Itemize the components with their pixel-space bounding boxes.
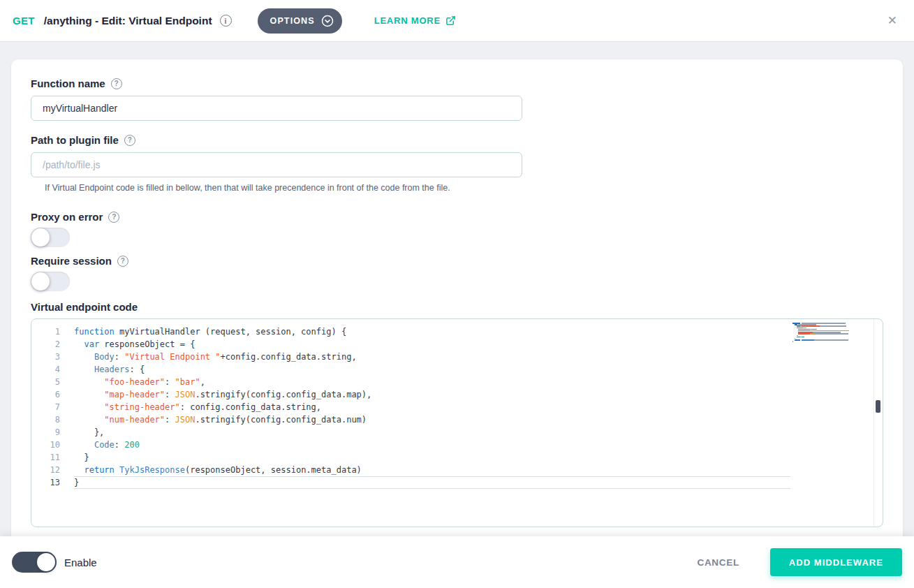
options-label: OPTIONS [270,16,315,26]
function-name-label: Function name [31,78,105,89]
proxy-on-error-label: Proxy on error [31,212,103,223]
code-minimap [793,323,871,342]
function-name-label-row: Function name ? [31,78,883,89]
code-lines[interactable]: function myVirtualHandler (request, sess… [74,325,790,527]
endpoint-header: GET /anything - Edit: Virtual Endpoint i… [0,0,914,42]
plugin-path-input[interactable] [31,152,522,177]
code-gutter: 12345678910111213 [31,325,60,527]
code-editor-label: Virtual endpoint code [31,301,883,313]
method-badge: GET [13,15,35,27]
footer-actions: CANCEL ADD MIDDLEWARE [693,548,902,576]
toggle-knob [31,272,50,291]
close-icon[interactable]: ✕ [883,10,901,31]
toggle-knob [37,553,55,571]
plugin-path-label-row: Path to plugin file ? [31,135,883,146]
enable-label: Enable [64,557,97,568]
edit-virtual-endpoint-card: Function name ? Path to plugin file ? If… [11,59,903,536]
require-session-label: Require session [31,256,112,267]
require-session-toggle[interactable] [31,272,70,291]
code-editor[interactable]: 12345678910111213 function myVirtualHand… [31,318,883,527]
footer-bar: Enable CANCEL ADD MIDDLEWARE [0,536,914,588]
function-name-input[interactable] [31,96,522,121]
plugin-path-help-icon[interactable]: ? [124,135,135,146]
code-scrollbar-track [874,319,883,527]
page-title: /anything - Edit: Virtual Endpoint [44,15,212,27]
app-root: GET /anything - Edit: Virtual Endpoint i… [0,0,914,588]
external-link-icon [445,15,456,26]
proxy-on-error-help-icon[interactable]: ? [108,212,119,223]
learn-more-label: LEARN MORE [374,15,441,26]
plugin-path-label: Path to plugin file [31,135,119,146]
learn-more-link[interactable]: LEARN MORE [374,15,456,26]
function-name-help-icon[interactable]: ? [111,78,122,89]
plugin-path-helper-text: If Virtual Endpoint code is filled in be… [45,183,883,193]
info-icon[interactable]: i [220,15,232,27]
enable-toggle[interactable] [12,552,57,573]
proxy-on-error-label-row: Proxy on error ? [31,212,883,223]
chevron-down-circle-icon [321,15,334,27]
cancel-button[interactable]: CANCEL [693,557,744,568]
proxy-on-error-toggle[interactable] [31,228,70,247]
options-button[interactable]: OPTIONS [258,8,342,34]
main-content: Function name ? Path to plugin file ? If… [0,42,914,536]
require-session-label-row: Require session ? [31,256,883,267]
add-middleware-button[interactable]: ADD MIDDLEWARE [770,548,902,576]
require-session-help-icon[interactable]: ? [117,256,128,267]
code-scrollbar-thumb[interactable] [876,400,880,413]
toggle-knob [31,228,50,247]
